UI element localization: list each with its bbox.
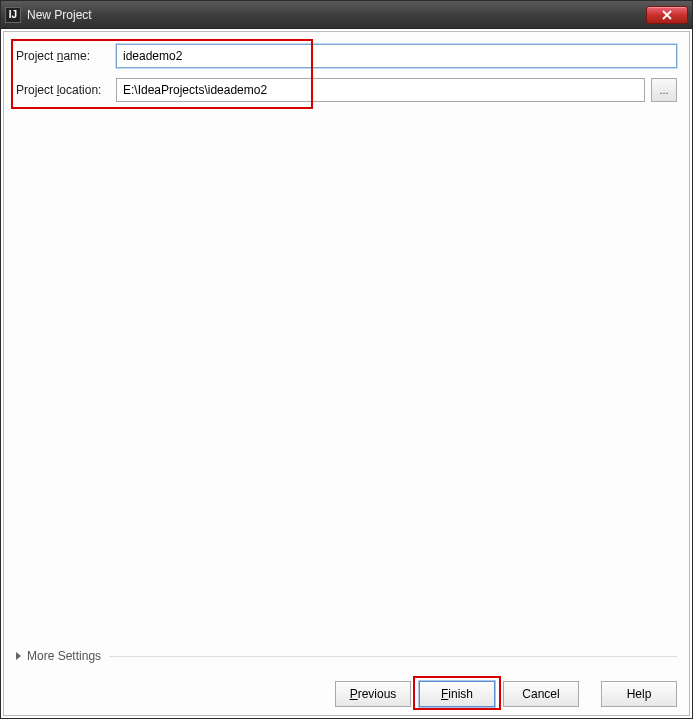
label-text: Mor — [27, 649, 48, 663]
finish-button[interactable]: Finish — [419, 681, 495, 707]
separator-line — [109, 656, 677, 657]
content-filler — [16, 112, 677, 649]
project-location-label: Project location: — [16, 83, 116, 97]
btn-mnemonic: P — [350, 687, 358, 701]
close-button[interactable] — [646, 6, 688, 24]
label-text: Settings — [54, 649, 101, 663]
form-area: Project name: Project location: ... — [16, 44, 677, 112]
project-location-input[interactable] — [116, 78, 645, 102]
button-bar: Previous Finish Cancel Help — [16, 673, 677, 707]
label-text: Project — [16, 83, 57, 97]
project-name-input[interactable] — [116, 44, 677, 68]
more-settings-label: More Settings — [27, 649, 101, 663]
previous-button[interactable]: Previous — [335, 681, 411, 707]
label-text: ocation: — [59, 83, 101, 97]
close-icon — [661, 10, 673, 20]
label-text: ame: — [63, 49, 90, 63]
label-text: Project — [16, 49, 57, 63]
project-location-row: Project location: ... — [16, 78, 677, 102]
help-button[interactable]: Help — [601, 681, 677, 707]
new-project-dialog: IJ New Project Project name: Project loc… — [0, 0, 693, 719]
cancel-button[interactable]: Cancel — [503, 681, 579, 707]
window-title: New Project — [27, 8, 92, 22]
chevron-right-icon — [16, 652, 21, 660]
dialog-content: Project name: Project location: ... More… — [3, 31, 690, 716]
titlebar: IJ New Project — [1, 1, 692, 29]
project-name-label: Project name: — [16, 49, 116, 63]
btn-text: inish — [448, 687, 473, 701]
btn-text: revious — [358, 687, 397, 701]
more-settings-toggle[interactable]: More Settings — [16, 649, 677, 663]
browse-button[interactable]: ... — [651, 78, 677, 102]
project-name-row: Project name: — [16, 44, 677, 68]
app-icon: IJ — [5, 7, 21, 23]
